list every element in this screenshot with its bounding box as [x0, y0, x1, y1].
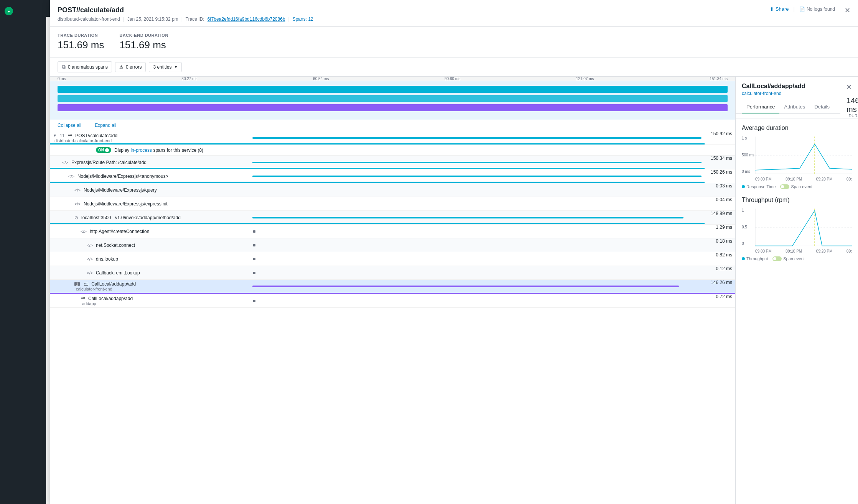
- rp-close-button[interactable]: ✕: [846, 83, 852, 91]
- rp-service-link[interactable]: calculator-front-end: [742, 91, 781, 96]
- errors-button[interactable]: ⚠ 0 errors: [115, 62, 146, 72]
- span-meta: </> net.Socket.connect: [50, 238, 249, 252]
- span-marker: [253, 300, 255, 302]
- code-icon: </>: [87, 271, 93, 275]
- rp-tab-details[interactable]: Details: [810, 101, 834, 113]
- span-service: calculator-front-end: [74, 287, 246, 291]
- span-bar: [252, 217, 683, 218]
- code-icon: </>: [62, 160, 68, 165]
- span-meta: ▼ 11 🗃 POST//calculate/add distributed-c…: [50, 131, 249, 144]
- span-row[interactable]: </> http.Agent#createConnection 1.29 ms: [50, 225, 735, 238]
- spans-link[interactable]: Spans: 12: [293, 17, 313, 22]
- x-label: 09:10 PM: [786, 249, 802, 253]
- x-label: 09:: [846, 249, 852, 253]
- span-row[interactable]: </> dns.lookup 0.82 ms: [50, 252, 735, 266]
- span-row[interactable]: ⊙ localhost:3500 - v1.0/invoke/addapp/me…: [50, 211, 735, 225]
- span-meta: </> Nodejs/Middleware/Expressjs/<anonymo…: [50, 169, 249, 183]
- x-label: 09:: [846, 177, 852, 181]
- span-row[interactable]: </> Expressjs/Route Path: /calculate/add…: [50, 156, 735, 169]
- right-panel: CallLocal/addapp/add calculator-front-en…: [735, 77, 858, 504]
- response-time-legend: Response Time: [742, 184, 776, 189]
- y-label-05: 0.5: [742, 225, 747, 229]
- span-bar: [252, 286, 679, 287]
- visual-bars: [50, 81, 735, 120]
- span-name: localhost:3500 - v1.0/invoke/addapp/meth…: [81, 215, 181, 220]
- bar-container: [249, 169, 705, 183]
- span-row[interactable]: </> Callback: emitLookup 0.12 ms: [50, 266, 735, 280]
- span-row[interactable]: </> net.Socket.connect 0.18 ms: [50, 238, 735, 252]
- expand-toggle[interactable]: ▼: [53, 133, 57, 138]
- sep: |: [123, 17, 124, 22]
- anomalous-label: 0 anomalous spans: [68, 64, 108, 70]
- rp-tab-attributes[interactable]: Attributes: [779, 101, 810, 113]
- anomalous-button[interactable]: ⧉ 0 anomalous spans: [58, 61, 112, 72]
- tick-0: 0 ms: [58, 77, 66, 81]
- span-name-line: ⊙ localhost:3500 - v1.0/invoke/addapp/me…: [74, 215, 246, 220]
- code-icon: </>: [81, 229, 87, 234]
- span-row[interactable]: 🗃 CallLocal/addapp/add addapp 0.72 ms: [50, 294, 735, 308]
- left-sidebar: ●: [0, 0, 46, 504]
- span-name-line: </> http.Agent#createConnection: [81, 229, 246, 234]
- purple-span-bar: [58, 104, 728, 111]
- span-name: Nodejs/Middleware/Expressjs/query: [84, 187, 157, 193]
- entities-button[interactable]: 3 entities ▼: [149, 62, 182, 72]
- span-name: Nodejs/Middleware/Expressjs/<anonymous>: [77, 174, 168, 179]
- trace-id-link[interactable]: 6f7bea2efdd16fa9bd116cdb6b72086b: [208, 17, 285, 22]
- span-duration: 0.82 ms: [705, 252, 735, 266]
- span-name: Expressjs/Route Path: /calculate/add: [71, 160, 147, 165]
- span-duration: 148.89 ms: [705, 211, 735, 224]
- rp-tab-performance[interactable]: Performance: [742, 101, 779, 113]
- bar-container: [249, 156, 705, 169]
- span-event-legend-avg: Span event: [780, 184, 812, 189]
- span-name-line: </> Nodejs/Middleware/Expressjs/expressI…: [74, 201, 246, 207]
- expand-all-link[interactable]: Expand all: [95, 123, 116, 128]
- span-name: http.Agent#createConnection: [90, 229, 149, 234]
- throughput-legend: Throughput Span event: [742, 256, 852, 261]
- throughput-svg: [755, 208, 852, 246]
- span-row[interactable]: </> Nodejs/Middleware/Expressjs/query 0.…: [50, 183, 735, 197]
- span-num: 1: [74, 282, 80, 286]
- throughput-title: Throughput (rpm): [742, 197, 852, 204]
- rp-tabs: Performance Attributes Details: [736, 101, 840, 114]
- span-row[interactable]: 1 🗃 CallLocal/addapp/add calculator-fron…: [50, 280, 735, 294]
- in-process-row: ON Display in-process spans for this ser…: [50, 145, 735, 156]
- bar-container: [249, 266, 705, 279]
- span-meta: 🗃 CallLocal/addapp/add addapp: [50, 294, 249, 307]
- span-meta: </> Callback: emitLookup: [50, 266, 249, 279]
- y-label-1: 1: [742, 208, 747, 212]
- code-icon: </>: [87, 257, 93, 261]
- throughput-x-axis: 09:00 PM 09:10 PM 09:20 PM 09:: [755, 249, 852, 253]
- span-name-line: </> Expressjs/Route Path: /calculate/add: [62, 160, 246, 165]
- span-marker: [253, 230, 255, 233]
- trace-service: distributed-calculator-front-end: [58, 17, 120, 22]
- timeline-ticks: 0 ms 30.27 ms 60.54 ms 90.80 ms 121.07 m…: [50, 77, 735, 81]
- tick-1: 30.27 ms: [181, 77, 197, 81]
- span-event-toggle[interactable]: [780, 184, 789, 189]
- bar-container: [249, 197, 705, 210]
- toggle-on[interactable]: ON: [96, 147, 111, 153]
- span-row[interactable]: </> Nodejs/Middleware/Expressjs/expressI…: [50, 197, 735, 211]
- anomalous-icon: ⧉: [62, 64, 66, 70]
- span-event-toggle-2[interactable]: [772, 256, 782, 261]
- duration-stats: TRACE DURATION 151.69 ms BACK-END DURATI…: [50, 27, 858, 57]
- x-label: 09:10 PM: [786, 177, 802, 181]
- collapse-all-link[interactable]: Collapse all: [58, 123, 81, 128]
- tick-3: 90.80 ms: [445, 77, 460, 81]
- chevron-down-icon: ▼: [174, 65, 178, 69]
- span-duration: 0.03 ms: [705, 183, 735, 197]
- span-service: distributed-calculator-front-end: [53, 138, 246, 143]
- bar-container: [249, 252, 705, 266]
- span-duration: 146.26 ms: [705, 280, 735, 293]
- sep: |: [181, 17, 183, 22]
- errors-label: 0 errors: [126, 64, 142, 70]
- bar-container: [249, 280, 705, 293]
- bar-container: [249, 225, 705, 238]
- throughput-chart: Throughput (rpm) 1 0.5 0: [742, 197, 852, 261]
- span-name-line: 1 🗃 CallLocal/addapp/add: [74, 281, 246, 287]
- code-icon: </>: [74, 202, 81, 206]
- span-row[interactable]: ▼ 11 🗃 POST//calculate/add distributed-c…: [50, 131, 735, 145]
- span-row[interactable]: </> Nodejs/Middleware/Expressjs/<anonymo…: [50, 169, 735, 183]
- span-meta: </> dns.lookup: [50, 252, 249, 266]
- span-duration: 1.29 ms: [705, 225, 735, 238]
- code-icon: </>: [87, 243, 93, 248]
